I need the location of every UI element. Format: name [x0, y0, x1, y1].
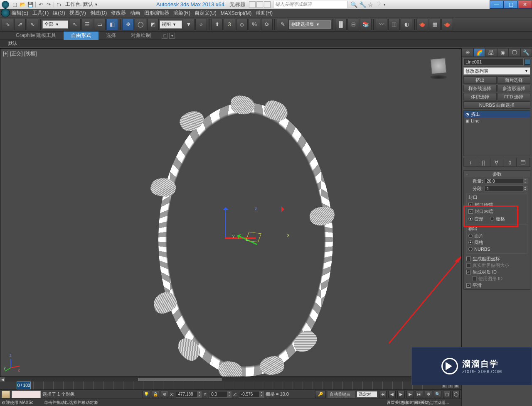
object-color-swatch[interactable]: [525, 59, 530, 65]
unlink-icon[interactable]: ⇗: [14, 19, 26, 30]
app-icon[interactable]: [2, 1, 9, 8]
ribbon-collapse-icon[interactable]: ▢: [162, 33, 167, 39]
nav-orbit-icon[interactable]: ◯: [452, 391, 460, 398]
key-icon[interactable]: 🔑: [315, 391, 326, 398]
link-icon[interactable]: ⇘: [2, 19, 13, 30]
menu-help[interactable]: 帮助(H): [256, 10, 273, 17]
menu-maxscript[interactable]: MAXScript(M): [221, 10, 252, 16]
render-setup-icon[interactable]: 🫖: [416, 19, 428, 30]
tool-icon[interactable]: 🔧: [359, 1, 366, 8]
z-coord-input[interactable]: -0.576: [239, 391, 264, 398]
select-name-icon[interactable]: ☰: [81, 19, 93, 30]
ribbon-dropdown-icon[interactable]: ▾: [169, 33, 175, 39]
smooth-checkbox[interactable]: ✓平滑: [466, 282, 527, 289]
workspace-label[interactable]: 工作台: 默认 ▼: [65, 1, 98, 8]
maximize-button[interactable]: ▢: [504, 0, 518, 9]
qat-redo-icon[interactable]: ↷: [45, 1, 52, 8]
menu-views[interactable]: 视图(V): [69, 10, 86, 17]
motion-panel-icon[interactable]: ◉: [497, 48, 509, 57]
lock-icon[interactable]: 🔒: [152, 391, 159, 398]
rollout-header[interactable]: −参数: [464, 171, 530, 177]
title-box-icon[interactable]: [249, 1, 256, 8]
stack-item[interactable]: ◔挤出: [464, 111, 530, 117]
rotate-icon[interactable]: ◯: [135, 19, 146, 30]
tab-selection[interactable]: 选择: [99, 32, 123, 40]
next-frame-icon[interactable]: ▶: [406, 391, 414, 398]
set-dropdown[interactable]: 选定对: [357, 391, 377, 398]
script-listener-icon[interactable]: [2, 391, 10, 398]
named-sel-edit-icon[interactable]: ✎: [277, 19, 288, 30]
pin-stack-icon[interactable]: ⫞: [464, 158, 477, 166]
select-region-icon[interactable]: ▭: [94, 19, 106, 30]
menu-animation[interactable]: 动画: [130, 10, 140, 17]
star-icon[interactable]: ☆: [368, 1, 373, 8]
dropdown-icon[interactable]: ▾: [384, 2, 386, 7]
qat-new-icon[interactable]: ▢: [11, 1, 18, 8]
menu-edit[interactable]: 编辑(E): [12, 10, 28, 17]
stack-item[interactable]: ▣Line: [464, 117, 530, 124]
render-prod-icon[interactable]: 🫖: [441, 19, 453, 30]
move-icon[interactable]: ✥: [122, 19, 134, 30]
goto-end-icon[interactable]: ⏭: [416, 391, 423, 398]
hierarchy-panel-icon[interactable]: 品: [485, 48, 497, 57]
scroll-thumb[interactable]: [138, 378, 222, 381]
mirror-icon[interactable]: ▐▌: [335, 19, 347, 30]
percent-snap-icon[interactable]: %: [249, 19, 260, 30]
menu-grapheditors[interactable]: 图形编辑器: [144, 10, 169, 17]
autokey-button[interactable]: 自动关键点: [328, 391, 355, 398]
menu-create[interactable]: 创建(D): [90, 10, 107, 17]
grid-radio[interactable]: 栅格: [490, 215, 505, 222]
snap-toggle-icon[interactable]: ⬆: [211, 19, 223, 30]
select-icon[interactable]: ↖: [69, 19, 81, 30]
scale-icon[interactable]: ◩: [147, 19, 159, 30]
modifier-button[interactable]: 样条线选择: [463, 85, 497, 92]
application-button[interactable]: [1, 8, 10, 17]
play-icon[interactable]: ▶: [397, 391, 405, 398]
modify-panel-icon[interactable]: 🌈: [473, 48, 485, 57]
tab-objectpaint[interactable]: 对象绘制: [123, 32, 158, 40]
tab-freeform[interactable]: 自由形式: [64, 32, 99, 40]
spinner-snap-icon[interactable]: ⟳: [261, 19, 273, 30]
selection-filter-dropdown[interactable]: 全部▼: [42, 20, 68, 29]
menu-rendering[interactable]: 渲染(R): [173, 10, 190, 17]
scroll-left-icon[interactable]: ◀: [0, 377, 5, 382]
snap-3-icon[interactable]: 3: [224, 19, 235, 30]
search-input[interactable]: 键入关键字或短语: [273, 1, 348, 8]
viewcube[interactable]: [429, 57, 448, 80]
script-mini-listener[interactable]: [12, 391, 41, 398]
cap-end-checkbox[interactable]: ✓封口末端: [468, 208, 525, 215]
y-coord-input[interactable]: 0.0: [209, 391, 232, 398]
title-box-icon[interactable]: [256, 1, 263, 8]
configure-sets-icon[interactable]: 🗔: [517, 158, 530, 166]
refcoord-dropdown[interactable]: 视图▼: [160, 20, 182, 29]
manip-icon[interactable]: ⟐: [195, 19, 207, 30]
modifier-button[interactable]: NURBS 曲面选择: [463, 101, 530, 109]
remove-modifier-icon[interactable]: ô: [503, 158, 517, 166]
nav-pan-icon[interactable]: ✥: [425, 391, 432, 398]
modifier-button[interactable]: 多边形选择: [498, 85, 531, 92]
modifier-button[interactable]: 体积选择: [463, 93, 497, 100]
nav-zoom-icon[interactable]: 🔍: [434, 391, 441, 398]
morph-radio[interactable]: 变形: [468, 215, 483, 222]
material-editor-icon[interactable]: ◐: [401, 19, 412, 30]
transform-gizmo[interactable]: z y x: [225, 208, 283, 267]
modifier-stack[interactable]: ◔挤出 ▣Line: [463, 110, 530, 156]
nav-fov-icon[interactable]: ◫: [443, 391, 451, 398]
schematic-icon[interactable]: ◫: [388, 19, 400, 30]
qat-open-icon[interactable]: 📂: [19, 1, 26, 8]
modifier-button[interactable]: FFD 选择: [498, 93, 531, 100]
align-icon[interactable]: ⊟: [347, 19, 359, 30]
qat-save-icon[interactable]: 💾: [27, 1, 34, 8]
output-patch-radio[interactable]: 面片: [468, 232, 525, 239]
prev-frame-icon[interactable]: ◀: [388, 391, 396, 398]
named-selection-dropdown[interactable]: 创建选择集▼: [289, 20, 331, 29]
object-name-input[interactable]: Line001: [463, 58, 524, 66]
x-coord-input[interactable]: 477.188: [176, 391, 202, 398]
make-unique-icon[interactable]: ∀: [490, 158, 504, 166]
lock-selection-icon[interactable]: 💡: [143, 391, 150, 398]
gen-mapping-checkbox[interactable]: 生成贴图坐标: [466, 255, 527, 262]
window-crossing-icon[interactable]: ◧: [106, 19, 118, 30]
time-marker[interactable]: 0 / 100: [17, 382, 31, 389]
utilities-panel-icon[interactable]: 🔧: [520, 48, 532, 57]
abs-rel-icon[interactable]: ⊕: [161, 391, 168, 398]
